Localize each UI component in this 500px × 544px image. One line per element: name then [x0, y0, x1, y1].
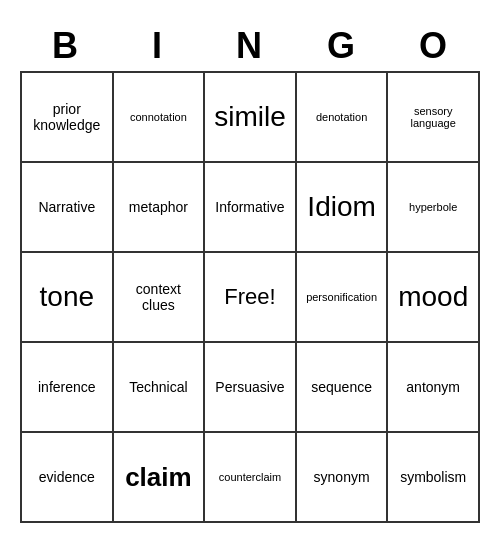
bingo-cell: simile	[205, 73, 297, 163]
bingo-cell: mood	[388, 253, 480, 343]
cell-text: inference	[38, 379, 96, 395]
bingo-cell: sequence	[297, 343, 389, 433]
cell-text: personification	[306, 291, 377, 303]
cell-text: claim	[125, 462, 192, 493]
cell-text: context clues	[118, 281, 200, 313]
bingo-grid: prior knowledgeconnotationsimiledenotati…	[20, 71, 480, 523]
bingo-cell: evidence	[22, 433, 114, 523]
bingo-cell: Narrative	[22, 163, 114, 253]
bingo-cell: context clues	[114, 253, 206, 343]
bingo-cell: counterclaim	[205, 433, 297, 523]
header-letter: N	[204, 21, 296, 71]
bingo-cell: Technical	[114, 343, 206, 433]
bingo-cell: Persuasive	[205, 343, 297, 433]
bingo-cell: hyperbole	[388, 163, 480, 253]
cell-text: symbolism	[400, 469, 466, 485]
cell-text: metaphor	[129, 199, 188, 215]
bingo-cell: antonym	[388, 343, 480, 433]
cell-text: counterclaim	[219, 471, 281, 483]
cell-text: denotation	[316, 111, 367, 123]
bingo-cell: Free!	[205, 253, 297, 343]
bingo-header: BINGO	[20, 21, 480, 71]
header-letter: B	[20, 21, 112, 71]
cell-text: evidence	[39, 469, 95, 485]
cell-text: Persuasive	[215, 379, 284, 395]
bingo-cell: denotation	[297, 73, 389, 163]
cell-text: mood	[398, 281, 468, 313]
bingo-cell: connotation	[114, 73, 206, 163]
bingo-cell: synonym	[297, 433, 389, 523]
bingo-cell: claim	[114, 433, 206, 523]
bingo-card: BINGO prior knowledgeconnotationsimilede…	[20, 21, 480, 523]
header-letter: I	[112, 21, 204, 71]
header-letter: G	[296, 21, 388, 71]
bingo-cell: prior knowledge	[22, 73, 114, 163]
bingo-cell: symbolism	[388, 433, 480, 523]
header-letter: O	[388, 21, 480, 71]
cell-text: simile	[214, 101, 286, 133]
cell-text: antonym	[406, 379, 460, 395]
cell-text: synonym	[314, 469, 370, 485]
cell-text: sequence	[311, 379, 372, 395]
cell-text: connotation	[130, 111, 187, 123]
cell-text: Narrative	[38, 199, 95, 215]
cell-text: tone	[40, 281, 95, 313]
cell-text: Free!	[224, 284, 275, 310]
bingo-cell: sensory language	[388, 73, 480, 163]
bingo-cell: personification	[297, 253, 389, 343]
cell-text: sensory language	[392, 105, 474, 129]
bingo-cell: metaphor	[114, 163, 206, 253]
bingo-cell: inference	[22, 343, 114, 433]
cell-text: hyperbole	[409, 201, 457, 213]
bingo-cell: Idiom	[297, 163, 389, 253]
bingo-cell: Informative	[205, 163, 297, 253]
cell-text: Idiom	[307, 191, 375, 223]
cell-text: Informative	[215, 199, 284, 215]
bingo-cell: tone	[22, 253, 114, 343]
cell-text: Technical	[129, 379, 187, 395]
cell-text: prior knowledge	[26, 101, 108, 133]
